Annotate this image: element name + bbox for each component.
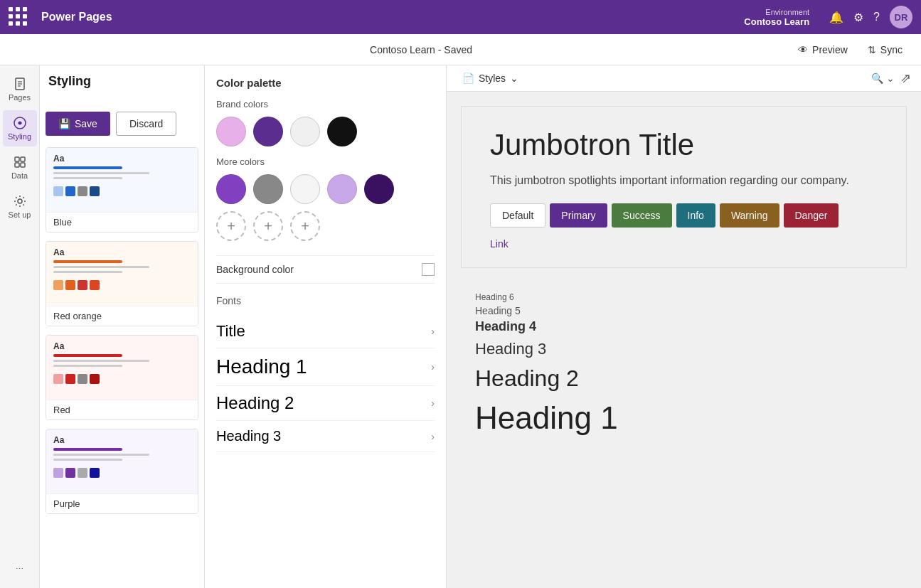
color-palette-title: Color palette: [216, 77, 435, 89]
sidebar-item-data-label: Data: [11, 171, 28, 180]
font-h2-label: Heading 2: [216, 393, 294, 413]
jumbotron-text: This jumbotron spotlights important info…: [490, 172, 878, 189]
top-nav-icons: 🔔 ⚙ ? DR: [829, 6, 912, 28]
heading-3: Heading 3: [475, 340, 893, 358]
sync-icon: ⇅: [868, 44, 876, 55]
theme-card-blue[interactable]: Aa Blue: [46, 147, 198, 232]
color-palette-section: Color palette Brand colors More colors +…: [216, 77, 435, 241]
more-color-2[interactable]: [290, 174, 320, 204]
more-color-3[interactable]: [327, 174, 357, 204]
more-color-0[interactable]: [216, 174, 246, 204]
expand-button[interactable]: ⇗: [900, 70, 911, 86]
zoom-chevron-icon: ⌄: [886, 73, 895, 84]
more-colors: [216, 174, 435, 204]
font-title-label: Title: [216, 322, 245, 341]
theme-name-redorange: Red orange: [53, 311, 102, 321]
sidebar-item-pages-label: Pages: [9, 93, 31, 102]
add-color-btn-1[interactable]: +: [253, 211, 283, 241]
discard-button[interactable]: Discard: [116, 112, 176, 136]
preview-area: 📄 Styles ⌄ 🔍 ⌄ ⇗ Jumbotron Title This ju…: [447, 65, 921, 588]
zoom-control[interactable]: 🔍 ⌄: [871, 73, 895, 84]
jbtn-danger[interactable]: Danger: [784, 203, 839, 228]
jumbotron: Jumbotron Title This jumbotron spotlight…: [461, 106, 907, 268]
theme-name-blue: Blue: [53, 217, 72, 228]
font-h1-label: Heading 1: [216, 356, 307, 378]
background-color-section: Background color: [216, 255, 435, 284]
sync-button[interactable]: ⇅ Sync: [861, 41, 910, 58]
font-row-h1[interactable]: Heading 1 ›: [216, 348, 435, 386]
brand-color-0[interactable]: [216, 117, 246, 146]
background-color-label: Background color: [216, 264, 294, 275]
sidebar-item-setup[interactable]: Set up: [3, 188, 37, 225]
styling-panel: Color palette Brand colors More colors +…: [205, 65, 447, 588]
sidebar-item-styling[interactable]: Styling: [3, 110, 37, 146]
secondary-bar: Contoso Learn - Saved 👁 Preview ⇅ Sync: [0, 34, 921, 65]
themes-panel-header: Styling: [46, 74, 94, 89]
styles-doc-icon: 📄: [462, 73, 474, 84]
brand-color-2[interactable]: [290, 117, 320, 146]
themes-list: Aa Blue Aa: [46, 147, 198, 523]
sidebar-item-pages[interactable]: Pages: [3, 71, 37, 107]
app-grid-icon[interactable]: [9, 7, 28, 27]
top-nav: Power Pages Environment Contoso Learn 🔔 …: [0, 0, 921, 34]
notification-icon[interactable]: 🔔: [829, 11, 843, 24]
app-logo: Power Pages: [41, 11, 112, 23]
theme-name-red: Red: [53, 405, 70, 415]
preview-button[interactable]: 👁 Preview: [791, 41, 855, 58]
heading-6: Heading 6: [475, 292, 893, 302]
settings-icon[interactable]: ⚙: [853, 11, 863, 24]
svg-rect-6: [21, 157, 25, 161]
font-row-title[interactable]: Title ›: [216, 315, 435, 348]
save-icon: 💾: [58, 118, 70, 129]
user-avatar[interactable]: DR: [890, 6, 912, 28]
font-h1-chevron: ›: [431, 361, 435, 373]
fonts-section: Fonts Title › Heading 1 › Heading 2 › He…: [216, 295, 435, 452]
sidebar-item-more[interactable]: ⋯: [3, 559, 37, 579]
sidebar-icons: Pages Styling Data Set up ⋯: [0, 65, 40, 588]
font-h2-chevron: ›: [431, 397, 435, 409]
svg-point-9: [18, 199, 22, 203]
help-icon[interactable]: ?: [873, 11, 880, 23]
theme-name-purple: Purple: [53, 498, 80, 509]
heading-2: Heading 2: [475, 365, 893, 392]
theme-card-purple[interactable]: Aa Purple: [46, 429, 198, 514]
sidebar-item-data[interactable]: Data: [3, 149, 37, 186]
jbtn-success[interactable]: Success: [612, 203, 672, 228]
jbtn-warning[interactable]: Warning: [720, 203, 779, 228]
sidebar-item-setup-label: Set up: [9, 210, 31, 219]
styles-chevron-icon: ⌄: [510, 73, 518, 84]
preview-content: Jumbotron Title This jumbotron spotlight…: [447, 92, 921, 588]
heading-5: Heading 5: [475, 305, 893, 316]
background-color-checkbox[interactable]: [422, 263, 435, 276]
more-color-1[interactable]: [253, 174, 283, 204]
zoom-icon: 🔍: [871, 73, 883, 84]
heading-1: Heading 1: [475, 400, 893, 436]
sidebar-item-styling-label: Styling: [8, 132, 31, 141]
fonts-label: Fonts: [216, 295, 435, 306]
jumbotron-link[interactable]: Link: [490, 238, 509, 250]
brand-color-3[interactable]: [327, 117, 357, 146]
environment-info: Environment Contoso Learn: [744, 8, 809, 27]
theme-card-redorange[interactable]: Aa Red orange: [46, 241, 198, 326]
jbtn-info[interactable]: Info: [676, 203, 715, 228]
add-color-btn-2[interactable]: +: [290, 211, 320, 241]
theme-card-red[interactable]: Aa Red: [46, 335, 198, 420]
font-title-chevron: ›: [431, 326, 435, 337]
brand-color-1[interactable]: [253, 117, 283, 146]
more-color-4[interactable]: [364, 174, 394, 204]
font-h3-label: Heading 3: [216, 428, 281, 444]
headings-section: Heading 6 Heading 5 Heading 4 Heading 3 …: [461, 285, 907, 443]
add-color-btn-0[interactable]: +: [216, 211, 246, 241]
styles-button[interactable]: 📄 Styles ⌄: [457, 70, 524, 87]
jbtn-default[interactable]: Default: [490, 203, 545, 228]
page-title: Contoso Learn - Saved: [298, 44, 545, 55]
save-button[interactable]: 💾 Save: [46, 112, 110, 136]
font-row-h3[interactable]: Heading 3 ›: [216, 421, 435, 452]
svg-rect-8: [21, 163, 25, 167]
preview-toolbar: 📄 Styles ⌄ 🔍 ⌄ ⇗: [447, 65, 921, 92]
font-h3-chevron: ›: [431, 431, 435, 442]
font-row-h2[interactable]: Heading 2 ›: [216, 386, 435, 421]
main-layout: Pages Styling Data Set up ⋯ Styling 💾 Sa…: [0, 65, 921, 588]
svg-rect-5: [15, 157, 19, 161]
jbtn-primary[interactable]: Primary: [550, 203, 607, 228]
